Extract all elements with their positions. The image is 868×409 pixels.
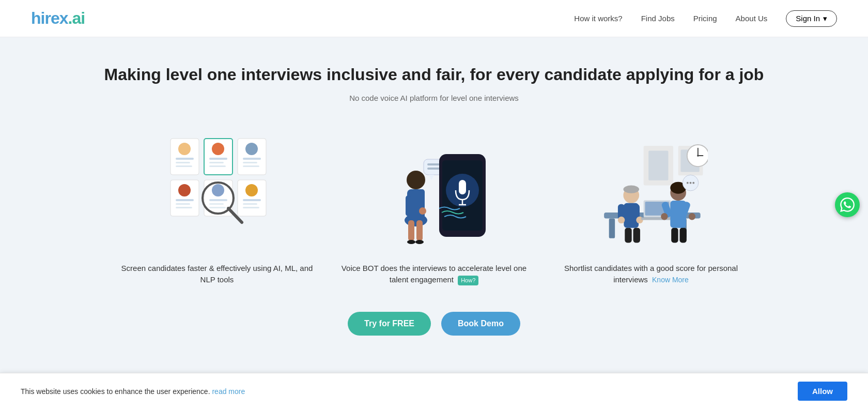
logo[interactable]: hirex.ai <box>31 9 85 28</box>
svg-rect-51 <box>459 180 466 194</box>
chevron-down-icon: ▾ <box>823 14 827 23</box>
svg-point-38 <box>419 207 426 215</box>
voice-illustration <box>377 128 491 252</box>
svg-rect-76 <box>641 217 673 220</box>
navigation: How it works? Find Jobs Pricing About Us… <box>574 10 837 27</box>
hero-section: Making level one interviews inclusive an… <box>21 63 847 102</box>
feature-card-shortlist: Shortlist candidates with a good score f… <box>553 128 749 286</box>
svg-rect-30 <box>243 199 261 201</box>
hero-title: Making level one interviews inclusive an… <box>21 63 847 86</box>
svg-rect-2 <box>176 158 194 160</box>
svg-rect-13 <box>243 162 257 163</box>
main-content: Making level one interviews inclusive an… <box>0 37 868 409</box>
svg-point-88 <box>690 182 692 184</box>
svg-point-16 <box>178 184 191 196</box>
svg-rect-63 <box>609 218 615 238</box>
svg-rect-35 <box>406 195 411 216</box>
book-demo-button[interactable]: Book Demo <box>441 312 520 336</box>
svg-rect-55 <box>648 150 668 180</box>
svg-marker-47 <box>429 175 434 180</box>
allow-button[interactable]: Allow <box>798 382 847 401</box>
try-free-button[interactable]: Try for FREE <box>348 312 431 336</box>
svg-point-6 <box>212 143 224 155</box>
svg-rect-32 <box>243 207 259 208</box>
svg-point-82 <box>661 213 668 220</box>
svg-point-87 <box>687 182 689 184</box>
svg-rect-12 <box>243 158 261 160</box>
svg-point-83 <box>689 213 695 220</box>
svg-point-70 <box>618 216 625 223</box>
svg-rect-41 <box>416 220 423 241</box>
svg-rect-3 <box>176 162 190 163</box>
svg-rect-18 <box>176 203 190 205</box>
svg-point-39 <box>405 214 427 226</box>
feature-text-shortlist: Shortlist candidates with a good score f… <box>553 263 749 286</box>
svg-rect-84 <box>671 228 678 243</box>
cookie-text: This website uses cookies to enhance the… <box>21 387 245 396</box>
svg-point-89 <box>692 182 694 184</box>
svg-rect-73 <box>633 228 640 243</box>
feature-text-voice: Voice BOT does the interviews to acceler… <box>336 263 532 286</box>
svg-rect-40 <box>408 220 414 241</box>
svg-point-11 <box>245 143 258 155</box>
svg-point-33 <box>407 171 425 189</box>
nav-how-it-works[interactable]: How it works? <box>574 14 622 23</box>
svg-rect-85 <box>679 228 686 243</box>
feature-card-screening: Screen candidates faster & effectively u… <box>119 128 315 286</box>
svg-point-29 <box>245 184 258 196</box>
cta-row: Try for FREE Book Demo <box>21 312 847 336</box>
svg-rect-14 <box>243 165 259 167</box>
nav-about-us[interactable]: About Us <box>736 14 768 23</box>
svg-rect-8 <box>209 162 224 163</box>
cookie-read-more-link[interactable]: read more <box>212 387 245 396</box>
svg-point-1 <box>178 143 191 155</box>
cookie-banner: This website uses cookies to enhance the… <box>0 373 868 409</box>
whatsapp-fab[interactable] <box>835 192 860 217</box>
know-more-link[interactable]: Know More <box>652 276 689 284</box>
nav-pricing[interactable]: Pricing <box>693 14 717 23</box>
svg-rect-72 <box>625 228 631 243</box>
svg-rect-17 <box>176 199 194 201</box>
screening-illustration <box>160 128 274 252</box>
feature-text-screening: Screen candidates faster & effectively u… <box>119 263 315 286</box>
svg-rect-4 <box>176 165 192 167</box>
signin-button[interactable]: Sign In ▾ <box>786 10 837 27</box>
header: hirex.ai How it works? Find Jobs Pricing… <box>0 0 868 37</box>
svg-point-42 <box>407 240 415 244</box>
svg-point-66 <box>623 185 639 193</box>
features-row: Screen candidates faster & effectively u… <box>21 128 847 286</box>
svg-rect-31 <box>243 203 257 205</box>
hero-subtitle: No code voice AI platform for level one … <box>21 94 847 102</box>
feature-card-voice: Voice BOT does the interviews to acceler… <box>336 128 532 286</box>
shortlist-illustration <box>594 128 708 252</box>
nav-find-jobs[interactable]: Find Jobs <box>641 14 675 23</box>
svg-rect-19 <box>176 207 192 208</box>
how-badge[interactable]: How? <box>458 276 478 285</box>
svg-point-43 <box>415 240 424 244</box>
svg-rect-9 <box>209 165 226 167</box>
svg-rect-7 <box>209 158 227 160</box>
